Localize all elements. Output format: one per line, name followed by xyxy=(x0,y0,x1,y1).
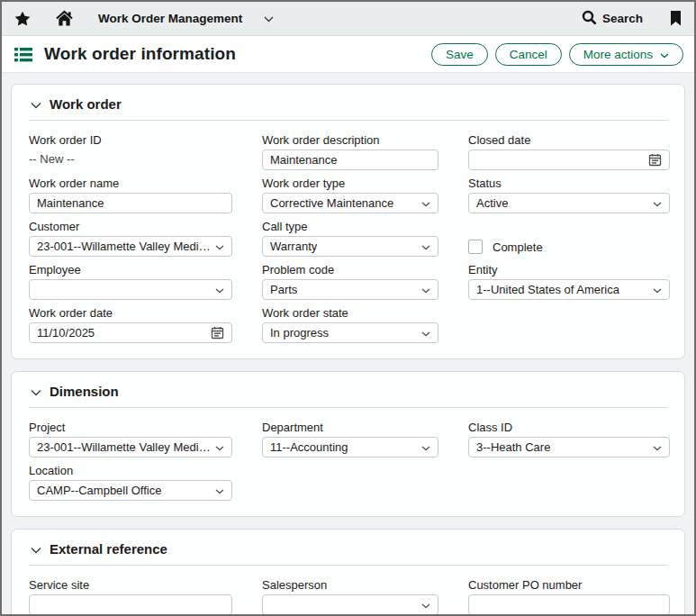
search-label: Search xyxy=(602,12,643,25)
department-select[interactable]: 11--Accounting xyxy=(262,437,438,457)
save-label: Save xyxy=(446,48,474,61)
page-title: Work order information xyxy=(44,44,236,64)
form-page: Work order Work order ID -- New -- Work … xyxy=(2,73,694,616)
section-dimension: Dimension Project 23-001--Willamette Val… xyxy=(11,371,685,517)
work-order-description-input[interactable] xyxy=(262,149,438,170)
cancel-label: Cancel xyxy=(510,48,547,61)
section-title: External reference xyxy=(50,541,167,557)
app-menu-dropdown[interactable]: Work Order Management xyxy=(98,12,274,25)
app-window: Work Order Management Search xyxy=(0,0,696,616)
section-external-reference: External reference Service site Salesper… xyxy=(11,529,685,616)
selected-value: In progress xyxy=(270,326,329,340)
field-label: Entity xyxy=(468,262,670,277)
selected-value: 23-001--Willamette Valley Medical xyxy=(37,240,212,253)
service-site-input[interactable] xyxy=(29,594,232,615)
field-label: Call type xyxy=(262,219,438,234)
section-header-work-order[interactable]: Work order xyxy=(29,95,667,121)
call-type-select[interactable]: Warranty xyxy=(262,236,438,257)
chevron-down-icon xyxy=(215,440,224,454)
closed-date-text[interactable] xyxy=(476,153,648,167)
section-header-external-reference[interactable]: External reference xyxy=(29,539,667,566)
project-select[interactable]: 23-001--Willamette Valley Medical xyxy=(29,437,232,457)
customer-po-number-input[interactable] xyxy=(468,594,670,615)
location-select[interactable]: CAMP--Campbell Office xyxy=(29,480,232,501)
dimension-grid: Project 23-001--Willamette Valley Medica… xyxy=(29,420,667,501)
complete-checkbox[interactable] xyxy=(468,240,483,254)
empty-cell xyxy=(468,463,670,501)
search-button[interactable]: Search xyxy=(582,10,643,28)
field-complete: Complete xyxy=(468,219,670,257)
bookmark-icon[interactable] xyxy=(670,11,682,26)
field-label: Salesperson xyxy=(262,577,438,593)
section-title: Work order xyxy=(50,96,122,112)
field-label: Closed date xyxy=(468,132,670,148)
work-order-date-input[interactable] xyxy=(29,322,232,343)
field-work-order-name: Work order name xyxy=(29,176,232,213)
field-work-order-description: Work order description xyxy=(262,132,438,170)
page-header: Work order information Save Cancel More … xyxy=(2,36,694,73)
empty-cell xyxy=(262,463,438,501)
field-label: Location xyxy=(29,463,232,478)
chevron-down-icon xyxy=(215,240,224,253)
field-label: Status xyxy=(468,176,670,191)
field-label: Work order name xyxy=(29,176,232,191)
cancel-button[interactable]: Cancel xyxy=(495,43,562,66)
home-icon[interactable] xyxy=(55,10,74,27)
field-problem-code: Problem code Parts xyxy=(262,262,438,300)
list-icon[interactable] xyxy=(14,47,32,62)
external-reference-grid: Service site Salesperson Customer PO num… xyxy=(29,577,667,616)
work-order-date-text[interactable] xyxy=(37,326,211,340)
field-label: Work order description xyxy=(262,132,438,148)
field-label: Customer xyxy=(29,219,232,234)
complete-checkbox-label: Complete xyxy=(493,240,543,254)
chevron-down-icon xyxy=(421,326,430,340)
chevron-down-icon xyxy=(264,12,274,25)
customer-select[interactable]: 23-001--Willamette Valley Medical xyxy=(29,236,232,257)
chevron-down-icon xyxy=(215,484,224,497)
selected-value: Parts xyxy=(270,283,297,296)
chevron-down-icon xyxy=(660,48,669,61)
field-call-type: Call type Warranty xyxy=(262,219,438,257)
field-entity: Entity 1--United States of America xyxy=(468,262,670,300)
save-button[interactable]: Save xyxy=(431,43,488,66)
calendar-icon[interactable] xyxy=(211,326,224,340)
field-label: Department xyxy=(262,420,438,435)
chevron-down-icon xyxy=(421,240,430,253)
chevron-down-icon xyxy=(653,196,662,210)
selected-value: 3--Heath Care xyxy=(476,440,550,454)
chevron-down-icon xyxy=(653,440,662,454)
closed-date-input[interactable] xyxy=(468,149,670,170)
header-actions: Save Cancel More actions xyxy=(431,43,683,66)
chevron-down-icon xyxy=(215,283,224,296)
field-customer-po-number: Customer PO number xyxy=(468,577,670,615)
selected-value: 11--Accounting xyxy=(270,440,348,454)
field-label: Class ID xyxy=(468,420,670,435)
entity-select[interactable]: 1--United States of America xyxy=(468,279,670,300)
problem-code-select[interactable]: Parts xyxy=(262,279,438,300)
selected-value: Active xyxy=(476,196,508,210)
field-work-order-state: Work order state In progress xyxy=(262,305,438,343)
field-class-id: Class ID 3--Heath Care xyxy=(468,420,670,457)
field-label: Service site xyxy=(29,577,232,593)
employee-select[interactable] xyxy=(29,279,232,300)
salesperson-select[interactable] xyxy=(262,594,438,615)
status-select[interactable]: Active xyxy=(468,193,670,213)
work-order-grid: Work order ID -- New -- Work order descr… xyxy=(29,132,667,343)
search-icon xyxy=(582,10,597,28)
chevron-down-icon xyxy=(421,196,430,210)
field-customer: Customer 23-001--Willamette Valley Medic… xyxy=(29,219,232,257)
field-label: Work order state xyxy=(262,305,438,321)
chevron-down-icon xyxy=(31,96,41,112)
work-order-name-input[interactable] xyxy=(29,193,232,213)
favorites-star-icon[interactable] xyxy=(14,11,31,27)
section-header-dimension[interactable]: Dimension xyxy=(29,382,667,408)
class-id-select[interactable]: 3--Heath Care xyxy=(468,437,670,457)
work-order-state-select[interactable]: In progress xyxy=(262,322,438,343)
work-order-type-select[interactable]: Corrective Maintenance xyxy=(262,193,438,213)
field-label: Employee xyxy=(29,262,232,277)
field-department: Department 11--Accounting xyxy=(262,420,438,457)
more-actions-button[interactable]: More actions xyxy=(569,43,683,66)
selected-value: 23-001--Willamette Valley Medical xyxy=(37,440,212,454)
calendar-icon[interactable] xyxy=(648,153,662,167)
section-work-order: Work order Work order ID -- New -- Work … xyxy=(11,84,685,359)
